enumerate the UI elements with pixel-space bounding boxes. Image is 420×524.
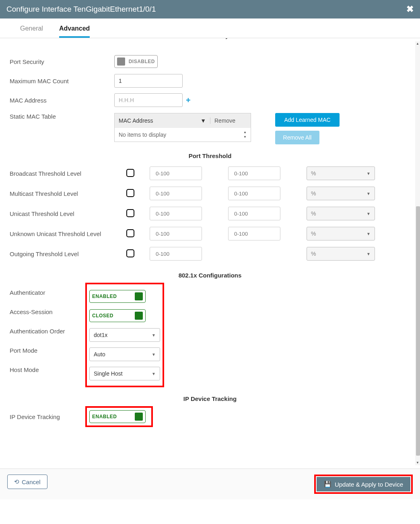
save-icon: 💾: [324, 481, 331, 488]
table-spinner[interactable]: ▲▼: [243, 131, 247, 139]
cancel-button[interactable]: ⟲ Cancel: [7, 475, 47, 489]
unknown-unicast-threshold-label: Unknown Unicast Threshold Level: [10, 230, 126, 237]
multicast-threshold-label: Multicast Threshold Level: [10, 190, 126, 197]
outgoing-input-1[interactable]: [150, 247, 202, 261]
multicast-input-1[interactable]: [150, 187, 202, 200]
unicast-threshold-label: Unicast Threshold Level: [10, 210, 126, 217]
host-mode-label: Host Mode: [10, 366, 89, 373]
port-security-label: Port Security: [10, 58, 114, 65]
unknown-unicast-input-2[interactable]: [228, 227, 280, 240]
section-dot1x-title: 802.1x Configurations: [10, 264, 410, 283]
chevron-down-icon: ▼: [366, 171, 371, 176]
add-learned-mac-button[interactable]: Add Learned MAC: [275, 113, 340, 127]
update-apply-button[interactable]: 💾 Update & Apply to Device: [317, 477, 410, 491]
no-items-text: No items to display: [119, 132, 166, 138]
dot1x-highlight: ENABLED CLOSED dot1x▼ Auto▼: [85, 283, 164, 387]
col-mac-address[interactable]: MAC Address: [119, 117, 153, 124]
port-security-toggle[interactable]: DISABLED: [114, 55, 158, 68]
scrollbar-thumb[interactable]: [416, 206, 420, 456]
multicast-input-2[interactable]: [228, 187, 280, 200]
scroll-area: Port Security Port Security DISABLED Max…: [0, 38, 420, 469]
toggle-knob: [135, 312, 143, 320]
port-mode-label: Port Mode: [10, 347, 89, 354]
unicast-input-2[interactable]: [228, 207, 280, 220]
scroll-up-icon[interactable]: ▲: [415, 41, 420, 46]
broadcast-input-2[interactable]: [228, 166, 280, 180]
section-ipdt-title: IP Device Tracking: [10, 387, 410, 406]
toggle-knob: [135, 413, 143, 421]
filter-icon[interactable]: ▼: [200, 117, 206, 124]
unknown-unicast-unit-select[interactable]: %▼: [307, 227, 375, 240]
max-mac-count-label: Maximum MAC Count: [10, 78, 114, 84]
auth-order-label: Authentication Order: [10, 328, 89, 335]
add-mac-icon[interactable]: +: [186, 96, 191, 105]
chevron-down-icon: ▼: [152, 372, 156, 376]
chevron-down-icon: ▼: [366, 191, 371, 196]
unicast-checkbox[interactable]: [126, 209, 134, 217]
access-session-toggle[interactable]: CLOSED: [89, 309, 146, 322]
section-port-threshold-title: Port Threshold: [10, 144, 410, 163]
multicast-unit-select[interactable]: %▼: [307, 187, 375, 200]
scrollbar-track[interactable]: ▲ ▼: [415, 41, 420, 465]
col-remove: Remove: [210, 117, 251, 124]
toggle-knob: [117, 58, 125, 66]
tab-advanced[interactable]: Advanced: [59, 25, 90, 38]
dialog-title: Configure Interface TenGigabitEthernet1/…: [6, 5, 156, 14]
host-mode-select[interactable]: Single Host▼: [89, 367, 160, 380]
remove-all-button[interactable]: Remove All: [275, 131, 319, 144]
unicast-unit-select[interactable]: %▼: [307, 207, 375, 220]
ipdt-label: IP Device Tracking: [10, 413, 89, 420]
unicast-input-1[interactable]: [150, 207, 202, 220]
unknown-unicast-input-1[interactable]: [150, 227, 202, 240]
toggle-knob: [135, 292, 143, 300]
close-icon[interactable]: ✖: [406, 4, 414, 14]
scroll-down-icon[interactable]: ▼: [415, 460, 420, 465]
chevron-down-icon: ▼: [366, 232, 371, 236]
chevron-down-icon: ▼: [366, 252, 371, 256]
auth-order-select[interactable]: dot1x▼: [89, 328, 160, 342]
port-mode-select[interactable]: Auto▼: [89, 347, 160, 361]
broadcast-checkbox[interactable]: [126, 169, 134, 177]
outgoing-threshold-label: Outgoing Threshold Level: [10, 251, 126, 257]
authenticator-toggle[interactable]: ENABLED: [89, 290, 146, 303]
multicast-checkbox[interactable]: [126, 189, 134, 197]
title-bar: Configure Interface TenGigabitEthernet1/…: [0, 0, 420, 18]
outgoing-unit-select[interactable]: %▼: [307, 247, 375, 261]
max-mac-count-input[interactable]: [114, 74, 183, 88]
mac-address-label: MAC Address: [10, 97, 114, 104]
broadcast-input-1[interactable]: [150, 166, 202, 180]
static-mac-table-label: Static MAC Table: [10, 113, 114, 120]
tab-general[interactable]: General: [20, 25, 43, 38]
static-mac-table: MAC Address ▼ Remove No items to display…: [114, 113, 251, 142]
chevron-down-icon: ▼: [152, 352, 156, 357]
outgoing-checkbox[interactable]: [126, 249, 134, 257]
mac-address-input[interactable]: [114, 93, 183, 107]
undo-icon: ⟲: [14, 478, 19, 485]
toggle-state-label: DISABLED: [129, 59, 155, 64]
broadcast-unit-select[interactable]: %▼: [307, 166, 375, 180]
apply-highlight: 💾 Update & Apply to Device: [314, 475, 413, 494]
unknown-unicast-checkbox[interactable]: [126, 229, 134, 237]
chevron-down-icon: ▼: [366, 212, 371, 216]
ipdt-toggle[interactable]: ENABLED: [89, 410, 146, 423]
authenticator-label: Authenticator: [10, 289, 89, 296]
chevron-down-icon: ▼: [152, 333, 156, 337]
dialog-footer: ⟲ Cancel 💾 Update & Apply to Device: [0, 469, 420, 499]
tab-bar: General Advanced: [0, 18, 420, 38]
broadcast-threshold-label: Broadcast Threshold Level: [10, 170, 126, 177]
ipdt-highlight: ENABLED: [85, 406, 153, 427]
access-session-label: Access-Session: [10, 308, 89, 315]
